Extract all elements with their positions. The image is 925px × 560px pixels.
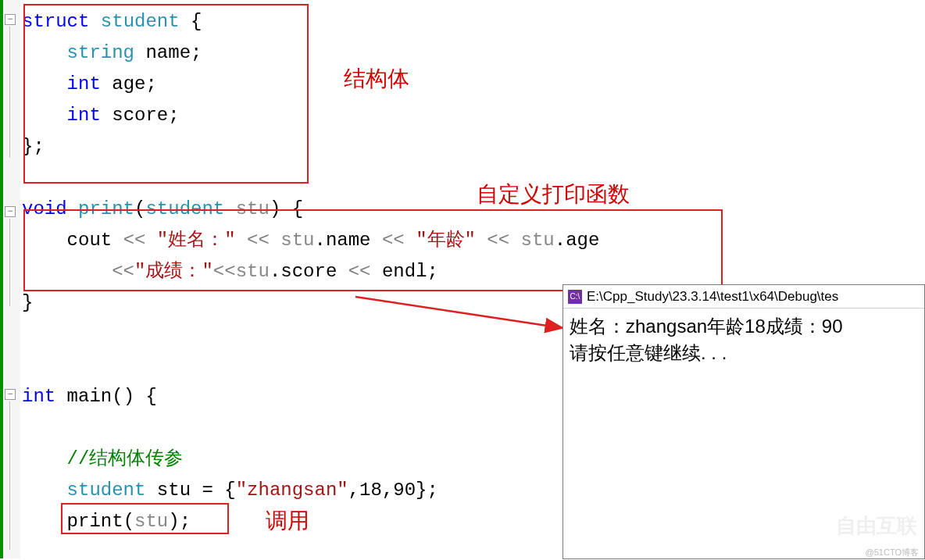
code-gutter (3, 0, 20, 558)
code-line: int score; (22, 100, 925, 131)
code-line: <<"成绩："<<stu.score << endl; (22, 256, 925, 287)
fold-toggle-icon[interactable]: − (5, 14, 16, 25)
fold-toggle-icon[interactable]: − (5, 389, 16, 400)
code-line: string name; (22, 37, 925, 69)
code-line (22, 162, 925, 194)
watermark-text: @51CTO博客 (866, 547, 919, 558)
code-line: struct student { (22, 6, 925, 37)
code-line: void print(student stu) { (22, 194, 925, 225)
fold-guide-line (9, 219, 10, 306)
console-title-text: E:\Cpp_Study\23.3.14\test1\x64\Debug\tes (587, 289, 838, 305)
fold-guide-line (9, 27, 10, 158)
console-output: 姓名：zhangsan年龄18成绩：90 请按任意键继续. . . (563, 309, 924, 371)
console-icon: C:\ (568, 290, 582, 304)
watermark-logo: 自由互联 (777, 507, 917, 544)
fold-toggle-icon[interactable]: − (5, 206, 16, 217)
fold-guide-line (9, 401, 10, 550)
console-titlebar: C:\ E:\Cpp_Study\23.3.14\test1\x64\Debug… (563, 285, 924, 309)
code-line: int age; (22, 69, 925, 100)
code-line: cout << "姓名：" << stu.name << "年龄" << stu… (22, 225, 925, 256)
code-line: }; (22, 131, 925, 162)
